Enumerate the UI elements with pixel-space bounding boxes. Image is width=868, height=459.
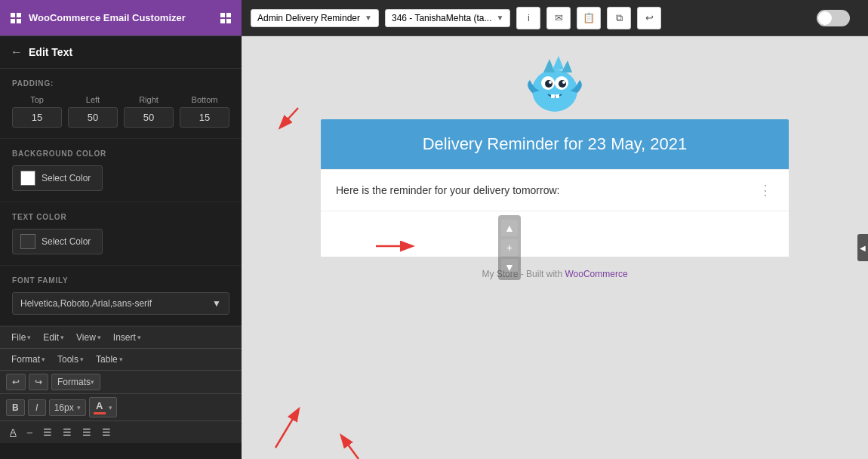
bg-color-label: BACKGROUND COLOR	[12, 149, 229, 158]
padding-bottom-field: Bottom	[180, 95, 229, 128]
font-size-value: 16px	[54, 402, 74, 413]
menu-insert[interactable]: Insert ▾	[108, 330, 146, 345]
dropdown2-arrow: ▼	[496, 14, 503, 22]
monster-mascot	[521, 51, 589, 119]
text-color-section: TEXT COLOR Select Color	[0, 202, 242, 266]
email-type-dropdown[interactable]: Admin Delivery Reminder ▼	[251, 9, 379, 27]
editor-toolbar-3: A – ☰ ☰ ☰ ☰	[0, 421, 242, 443]
bg-color-btn-label: Select Color	[42, 173, 91, 183]
padding-grid: Top Left Right Bottom	[12, 95, 229, 128]
email-body-text: Here is the reminder for your delivery t…	[336, 184, 559, 196]
underline-button[interactable]: A	[6, 424, 20, 440]
align-center-button[interactable]: ☰	[59, 424, 75, 440]
tools-arrow: ▾	[80, 356, 84, 363]
panel-title: Edit Text	[29, 46, 72, 58]
redo-button[interactable]: ↪	[29, 374, 48, 390]
bottom-label: Bottom	[180, 95, 229, 104]
table-arrow: ▾	[119, 356, 123, 363]
font-color-button[interactable]: A ▾	[89, 397, 117, 417]
text-color-swatch	[20, 234, 35, 249]
font-size-arrow: ▾	[77, 404, 81, 411]
email-body-block[interactable]: Here is the reminder for your delivery t…	[321, 169, 789, 211]
topbar: WooCommerce Email Customizer Admin Deliv…	[0, 0, 868, 36]
insert-arrow: ▾	[137, 334, 141, 341]
svg-point-6	[545, 80, 553, 88]
document-button[interactable]: 📋	[577, 7, 601, 29]
svg-marker-1	[543, 59, 555, 72]
text-color-label: TEXT COLOR	[12, 213, 229, 221]
email-options-button[interactable]: ⋮	[759, 182, 774, 199]
footer-link[interactable]: WooCommerce	[565, 269, 627, 279]
bold-button[interactable]: B	[6, 399, 25, 416]
font-color-indicator: A	[94, 400, 106, 414]
view-arrow: ▾	[97, 334, 101, 341]
nav-down-button[interactable]: ▼	[501, 259, 518, 276]
order-dropdown[interactable]: 346 - TanishaMehta (ta... ▼	[385, 9, 510, 27]
bg-color-swatch	[20, 171, 35, 186]
padding-top-input[interactable]	[12, 107, 62, 128]
email-header-text: Delivery Reminder for 23 May, 2021	[423, 134, 688, 153]
padding-label: PADDING:	[12, 79, 229, 88]
reset-button[interactable]: ↩	[637, 7, 661, 29]
topbar-controls: Admin Delivery Reminder ▼ 346 - TanishaM…	[242, 7, 868, 29]
svg-rect-10	[551, 94, 555, 98]
email-footer: My Store - Built with WooCommerce	[321, 257, 789, 291]
padding-bottom-input[interactable]	[180, 107, 229, 128]
menu-tools[interactable]: Tools ▾	[52, 352, 89, 367]
toggle-switch[interactable]	[817, 10, 850, 26]
format-arrow: ▾	[42, 356, 45, 363]
font-family-dropdown[interactable]: Helvetica,Roboto,Arial,sans-serif ▼	[12, 292, 229, 315]
svg-point-8	[549, 81, 552, 84]
email-container: Delivery Reminder for 23 May, 2021 Here …	[321, 51, 789, 291]
top-label: Top	[12, 95, 62, 104]
dropdown1-arrow: ▼	[365, 14, 372, 22]
align-right-button[interactable]: ☰	[78, 424, 95, 440]
nav-plus-button[interactable]: +	[501, 239, 518, 256]
brand-area: WooCommerce Email Customizer	[0, 0, 242, 35]
svg-point-9	[562, 81, 565, 84]
menu-view[interactable]: View ▾	[71, 330, 106, 345]
formats-dropdown[interactable]: Formats ▾	[51, 374, 100, 390]
italic-button[interactable]: I	[28, 399, 46, 416]
grid-icon	[11, 13, 21, 23]
info-button[interactable]: i	[516, 7, 540, 29]
left-panel: ← Edit Text PADDING: Top Left Right	[0, 36, 242, 459]
font-family-arrow: ▼	[212, 298, 221, 309]
preview-nav: ▲ + ▼	[498, 215, 521, 280]
background-color-section: BACKGROUND COLOR Select Color	[0, 139, 242, 202]
menu-format[interactable]: Format ▾	[6, 352, 51, 367]
font-family-label: FONT FAMILY	[12, 276, 229, 285]
svg-rect-11	[556, 94, 559, 98]
padding-top-field: Top	[12, 95, 62, 128]
menu-edit[interactable]: Edit ▾	[38, 330, 69, 345]
collapse-tab[interactable]: ◀	[857, 234, 868, 261]
editor-toolbar-2: B I 16px ▾ A ▾	[0, 394, 242, 421]
formats-arrow: ▾	[91, 378, 94, 386]
grid-icon-right[interactable]	[220, 13, 231, 23]
editor-toolbar-1: ↩ ↪ Formats ▾	[0, 371, 242, 394]
svg-point-7	[559, 80, 566, 88]
padding-right-input[interactable]	[124, 107, 174, 128]
menu-file[interactable]: File ▾	[6, 330, 36, 345]
padding-left-input[interactable]	[68, 107, 118, 128]
text-color-button[interactable]: Select Color	[12, 229, 103, 254]
email-header-bar: Delivery Reminder for 23 May, 2021	[321, 119, 789, 169]
svg-marker-3	[562, 60, 572, 72]
back-button[interactable]: ←	[11, 45, 23, 59]
align-left-button[interactable]: ☰	[39, 424, 56, 440]
undo-button[interactable]: ↩	[6, 374, 26, 390]
file-arrow: ▾	[27, 334, 31, 341]
bg-color-button[interactable]: Select Color	[12, 165, 103, 191]
email-body-empty	[321, 211, 789, 257]
font-family-value: Helvetica,Roboto,Arial,sans-serif	[20, 298, 152, 309]
font-family-section: FONT FAMILY Helvetica,Roboto,Arial,sans-…	[0, 266, 242, 326]
copy-button[interactable]: ⧉	[607, 7, 631, 29]
menu-table[interactable]: Table ▾	[91, 352, 128, 367]
strikethrough-button[interactable]: –	[23, 424, 36, 440]
font-size-dropdown[interactable]: 16px ▾	[49, 399, 86, 416]
email-preview: Delivery Reminder for 23 May, 2021 Here …	[242, 36, 868, 459]
email-button[interactable]: ✉	[546, 7, 571, 29]
nav-up-button[interactable]: ▲	[501, 220, 518, 236]
align-justify-button[interactable]: ☰	[98, 424, 115, 440]
padding-left-field: Left	[68, 95, 118, 128]
